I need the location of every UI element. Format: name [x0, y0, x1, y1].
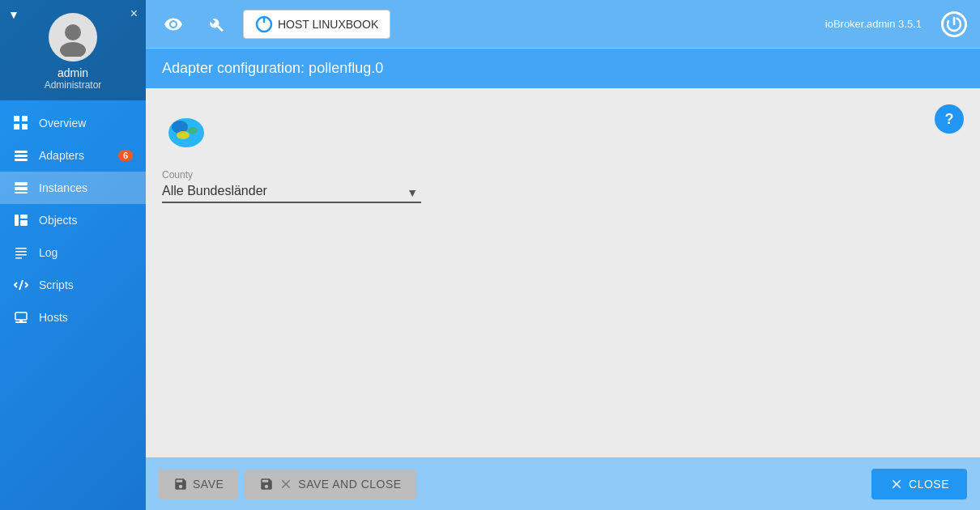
host-button-label: HOST LINUXBOOK	[278, 18, 378, 31]
version-label: ioBroker.admin 3.5.1	[825, 18, 922, 30]
host-button[interactable]: HOST LINUXBOOK	[243, 10, 390, 39]
save-button[interactable]: SAVE	[159, 469, 238, 499]
svg-rect-18	[15, 257, 22, 259]
svg-rect-12	[15, 215, 19, 226]
sidebar-item-instances[interactable]: Instances	[0, 172, 146, 204]
sidebar-header: ▼ × admin Administrator	[0, 0, 146, 100]
grid-icon	[13, 115, 29, 131]
objects-icon	[13, 212, 29, 228]
svg-rect-17	[15, 254, 27, 256]
svg-rect-2	[14, 116, 19, 121]
svg-rect-6	[15, 151, 28, 153]
svg-rect-22	[19, 320, 23, 321]
sidebar-item-adapters[interactable]: Adapters 6	[0, 139, 146, 172]
svg-rect-4	[14, 124, 19, 130]
username-label: admin	[58, 66, 88, 79]
config-body: ? County Alle Bundesländer Baden-Württem…	[146, 88, 980, 457]
adapters-badge: 6	[118, 150, 133, 161]
wrench-icon-btn[interactable]	[201, 10, 230, 39]
svg-point-30	[177, 131, 190, 139]
sidebar-item-hosts[interactable]: Hosts	[0, 301, 146, 334]
save-button-label: SAVE	[193, 478, 224, 491]
footer: SAVE SAVE AND CLOSE CLOSE	[146, 457, 980, 510]
save-close-button-label: SAVE AND CLOSE	[298, 478, 401, 491]
save-and-close-button[interactable]: SAVE AND CLOSE	[245, 469, 415, 499]
role-label: Administrator	[45, 79, 102, 91]
adapters-icon	[13, 147, 29, 164]
sidebar: ▼ × admin Administrator Overview	[0, 0, 146, 510]
sidebar-arrow-icon[interactable]: ▼	[8, 8, 19, 21]
svg-rect-9	[15, 182, 28, 185]
sidebar-item-label: Overview	[39, 117, 86, 130]
svg-rect-5	[22, 124, 28, 130]
close-button-label: CLOSE	[909, 478, 949, 491]
sidebar-item-label: Log	[39, 246, 58, 259]
svg-rect-11	[15, 192, 28, 193]
county-select[interactable]: Alle Bundesländer Baden-Württemberg Baye…	[162, 184, 421, 198]
svg-rect-21	[15, 321, 27, 323]
log-icon	[13, 244, 29, 261]
visibility-icon-btn[interactable]	[159, 10, 188, 39]
sidebar-nav: Overview Adapters 6 In	[0, 100, 146, 510]
sidebar-item-scripts[interactable]: Scripts	[0, 269, 146, 301]
hosts-icon	[13, 309, 29, 325]
config-header: Adapter configuration: pollenflug.0	[146, 49, 980, 88]
svg-rect-13	[20, 215, 28, 219]
svg-rect-16	[15, 251, 27, 253]
county-select-wrapper: Alle Bundesländer Baden-Württemberg Baye…	[162, 184, 421, 203]
svg-point-1	[60, 42, 86, 57]
adapter-logo	[162, 104, 211, 153]
avatar	[49, 13, 97, 62]
sidebar-item-label: Objects	[39, 214, 77, 227]
svg-rect-7	[15, 155, 28, 157]
sidebar-item-label: Adapters	[39, 149, 84, 162]
sidebar-item-label: Hosts	[39, 311, 68, 324]
county-field: County Alle Bundesländer Baden-Württembe…	[162, 169, 964, 203]
power-btn[interactable]	[941, 11, 967, 37]
sidebar-item-label: Scripts	[39, 278, 74, 291]
svg-rect-20	[15, 312, 27, 320]
main-area: HOST LINUXBOOK ioBroker.admin 3.5.1 Adap…	[146, 0, 980, 510]
sidebar-item-objects[interactable]: Objects	[0, 204, 146, 236]
scripts-icon	[13, 277, 29, 293]
help-button[interactable]: ?	[935, 104, 964, 134]
topbar: HOST LINUXBOOK ioBroker.admin 3.5.1	[146, 0, 980, 49]
instances-icon	[13, 180, 29, 196]
sidebar-item-log[interactable]: Log	[0, 236, 146, 269]
svg-rect-15	[15, 248, 27, 249]
svg-rect-10	[15, 187, 28, 190]
county-label: County	[162, 169, 964, 181]
svg-line-19	[19, 280, 23, 290]
sidebar-item-overview[interactable]: Overview	[0, 107, 146, 139]
sidebar-item-label: Instances	[39, 181, 87, 194]
svg-point-0	[65, 24, 81, 40]
svg-point-31	[188, 127, 198, 134]
close-button[interactable]: CLOSE	[871, 469, 967, 499]
sidebar-close-icon[interactable]: ×	[130, 6, 138, 21]
svg-rect-3	[22, 116, 28, 121]
svg-rect-8	[15, 159, 28, 161]
svg-rect-14	[20, 220, 28, 226]
